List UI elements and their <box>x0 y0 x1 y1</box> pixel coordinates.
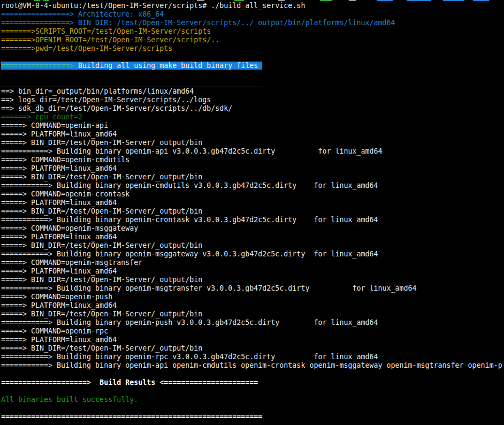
terminal-line: ==> bin_dir=_output/bin/platforms/linux/… <box>1 87 504 96</box>
terminal-line: =====> PLATFORM=linux_amd64 <box>1 233 504 241</box>
terminal-line: ===========> Building binary openim-cmdu… <box>1 181 504 190</box>
terminal-text-segment: ===========> Building binary openim-cron… <box>1 216 378 224</box>
terminal-text-segment: =====> PLATFORM=linux_amd64 <box>1 336 117 344</box>
terminal-line: ===========> Building binary openim-rpc … <box>1 353 504 361</box>
terminal-line: =======>SCRIPTS_ROOT=/test/Open-IM-Serve… <box>1 27 504 36</box>
terminal-text-segment: =====> COMMAND=openim-msggateway <box>1 224 138 232</box>
terminal-text-segment: ========================================… <box>1 413 262 421</box>
terminal-text-segment: =====> PLATFORM=linux_amd64 <box>1 130 117 138</box>
terminal-line: ========================================… <box>1 413 504 421</box>
terminal-line: ======> cpu_count=2 <box>1 113 504 122</box>
terminal-text-segment: ________________________________________… <box>1 79 262 87</box>
terminal-line: All binaries built successfully. <box>1 396 504 404</box>
terminal-text-segment: =====> COMMAND=openim-crontask <box>1 190 129 198</box>
terminal-line: ===========> Building binary openim-push… <box>1 318 504 327</box>
terminal-text-segment: ===========> Building binary openim-api … <box>1 361 502 369</box>
terminal-text-segment: ====================> Build Results <===… <box>1 378 258 386</box>
terminal-text-segment: ==> logs_dir=/test/Open-IM-Server/script… <box>1 96 211 104</box>
terminal-line: =====> COMMAND=openim-msggateway <box>1 224 504 233</box>
terminal-line: ==> logs_dir=/test/Open-IM-Server/script… <box>1 96 504 104</box>
terminal-line <box>1 70 504 79</box>
terminal-line <box>1 404 504 413</box>
terminal-line: =====> COMMAND=openim-api <box>1 122 504 130</box>
terminal-text-segment: =====> BIN_DIR=/test/Open-IM-Server/_out… <box>1 139 202 147</box>
terminal-text-segment: =====> PLATFORM=linux_amd64 <box>1 267 117 275</box>
terminal-window[interactable]: root@VM-0-4-ubuntu:/test/Open-IM-Server/… <box>0 0 504 425</box>
terminal-text-segment: All binaries built successfully. <box>1 396 138 404</box>
terminal-text-segment: Building all using make build binary fil… <box>74 62 262 70</box>
terminal-text-segment: ===========> Building binary openim-msgt… <box>1 284 417 292</box>
terminal-text-segment: =======>pwd=/test/Open-IM-Server/scripts <box>1 44 172 52</box>
terminal-line: =======>OPENIM_ROOT=/test/Open-IM-Server… <box>1 36 504 44</box>
terminal-text-segment: =====> PLATFORM=linux_amd64 <box>1 233 117 241</box>
terminal-line: =======>pwd=/test/Open-IM-Server/scripts <box>1 44 504 53</box>
terminal-text-segment: =====> COMMAND=openim-rpc <box>1 327 108 335</box>
terminal-line: ====================> Build Results <===… <box>1 378 504 387</box>
terminal-text-segment: root@VM-0-4-ubuntu:/test/Open-IM-Server/… <box>1 2 305 10</box>
terminal-line: =====> BIN_DIR=/test/Open-IM-Server/_out… <box>1 276 504 284</box>
terminal-line: ===========> Building binary openim-msgt… <box>1 284 504 293</box>
terminal-line: ================> Building all using mak… <box>1 62 504 70</box>
terminal-text-segment: =====> BIN_DIR=/test/Open-IM-Server/_out… <box>1 344 202 352</box>
terminal-line: =====> BIN_DIR=/test/Open-IM-Server/_out… <box>1 241 504 250</box>
terminal-text-segment: ==> sdk_db_dir=/test/Open-IM-Server/scri… <box>1 104 232 112</box>
terminal-line: =====> BIN_DIR=/test/Open-IM-Server/_out… <box>1 139 504 147</box>
terminal-text-segment: =====> BIN_DIR=/test/Open-IM-Server/_out… <box>1 207 202 215</box>
terminal-text-segment: =======>OPENIM_ROOT=/test/Open-IM-Server… <box>1 36 219 44</box>
terminal-line <box>1 387 504 396</box>
terminal-line: ===========> Building binary openim-msgg… <box>1 250 504 259</box>
terminal-text-segment: =====> PLATFORM=linux_amd64 <box>1 199 117 207</box>
terminal-text-segment: ======> cpu_count=2 <box>1 113 82 121</box>
terminal-line: ================> Architecture: x86_64 <box>1 10 504 19</box>
terminal-text-segment: ================> BIN_DIR: /test/Open-IM… <box>1 19 395 27</box>
terminal-line: ================> BIN_DIR: /test/Open-IM… <box>1 19 504 27</box>
terminal-text-segment: ===========> Building binary openim-rpc … <box>1 353 378 361</box>
terminal-text-segment: =====> PLATFORM=linux_amd64 <box>1 301 117 309</box>
terminal-line: root@VM-0-4-ubuntu:/test/Open-IM-Server/… <box>1 2 504 10</box>
terminal-text-segment: ==> bin_dir=_output/bin/platforms/linux/… <box>1 87 194 95</box>
terminal-line: =====> PLATFORM=linux_amd64 <box>1 301 504 310</box>
terminal-line: =====> BIN_DIR=/test/Open-IM-Server/_out… <box>1 173 504 181</box>
terminal-line: =====> COMMAND=openim-push <box>1 293 504 301</box>
terminal-line: =====> COMMAND=openim-cmdutils <box>1 156 504 164</box>
terminal-line: ________________________________________… <box>1 79 504 87</box>
terminal-line: ===========> Building binary openim-cron… <box>1 216 504 224</box>
terminal-output: root@VM-0-4-ubuntu:/test/Open-IM-Server/… <box>1 2 504 421</box>
terminal-text-segment: =====> BIN_DIR=/test/Open-IM-Server/_out… <box>1 241 202 249</box>
terminal-line: =====> COMMAND=openim-rpc <box>1 327 504 336</box>
terminal-text-segment: ===========> Building binary openim-cmdu… <box>1 181 378 189</box>
terminal-line: =====> PLATFORM=linux_amd64 <box>1 130 504 139</box>
terminal-text-segment: =====> COMMAND=openim-push <box>1 293 112 301</box>
terminal-line: =====> BIN_DIR=/test/Open-IM-Server/_out… <box>1 344 504 353</box>
terminal-line: =====> PLATFORM=linux_amd64 <box>1 199 504 207</box>
terminal-text-segment: ===========> Building binary openim-msgg… <box>1 250 378 258</box>
terminal-line <box>1 370 504 378</box>
terminal-line: =====> PLATFORM=linux_amd64 <box>1 336 504 344</box>
terminal-text-segment: =====> BIN_DIR=/test/Open-IM-Server/_out… <box>1 276 202 284</box>
terminal-line: =====> COMMAND=openim-crontask <box>1 190 504 199</box>
terminal-line: =====> BIN_DIR=/test/Open-IM-Server/_out… <box>1 310 504 318</box>
terminal-line: =====> BIN_DIR=/test/Open-IM-Server/_out… <box>1 207 504 216</box>
terminal-line: =====> PLATFORM=linux_amd64 <box>1 267 504 276</box>
terminal-text-segment: =======>SCRIPTS_ROOT=/test/Open-IM-Serve… <box>1 27 211 35</box>
terminal-line: ==> sdk_db_dir=/test/Open-IM-Server/scri… <box>1 104 504 113</box>
terminal-text-segment: ===========> Building binary openim-api … <box>1 147 382 155</box>
terminal-text-segment: =====> BIN_DIR=/test/Open-IM-Server/_out… <box>1 310 202 318</box>
terminal-text-segment: =====> COMMAND=openim-cmdutils <box>1 156 129 164</box>
terminal-text-segment: =====> BIN_DIR=/test/Open-IM-Server/_out… <box>1 173 202 181</box>
terminal-text-segment: ================> Architecture: x86_64 <box>1 10 164 18</box>
terminal-line: =====> PLATFORM=linux_amd64 <box>1 164 504 173</box>
terminal-line: ===========> Building binary openim-api … <box>1 361 504 370</box>
terminal-line: =====> COMMAND=openim-msgtransfer <box>1 259 504 267</box>
terminal-line: ===========> Building binary openim-api … <box>1 147 504 156</box>
terminal-text-segment: =====> COMMAND=openim-msgtransfer <box>1 259 142 267</box>
terminal-text-segment: ================> <box>1 62 74 70</box>
terminal-text-segment: ===========> Building binary openim-push… <box>1 318 378 327</box>
terminal-text-segment: =====> COMMAND=openim-api <box>1 122 108 130</box>
terminal-text-segment: =====> PLATFORM=linux_amd64 <box>1 164 117 172</box>
terminal-line <box>1 53 504 62</box>
